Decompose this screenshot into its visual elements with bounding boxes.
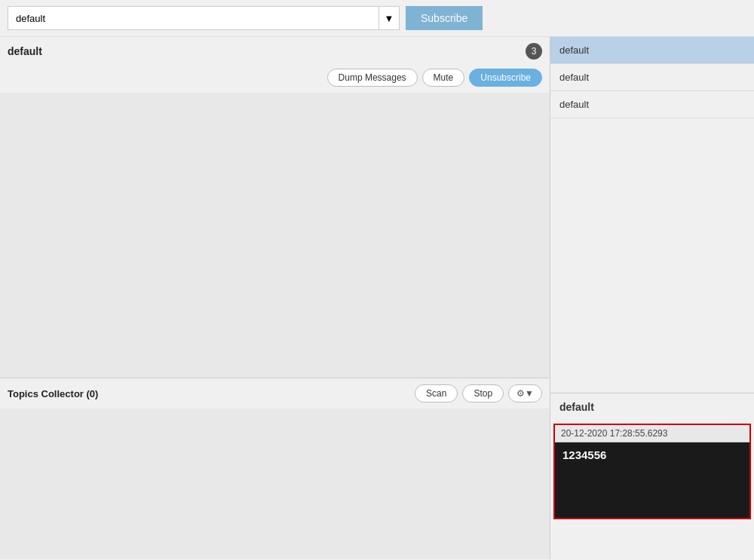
message-count-badge: 3: [526, 43, 542, 60]
list-item[interactable]: default: [550, 91, 754, 118]
subscription-title: default: [8, 45, 42, 57]
message-item: 20-12-2020 17:28:55.6293 1234556: [553, 424, 751, 519]
topics-collector-title: Topics Collector (0): [8, 388, 98, 399]
right-top-list: default default default: [550, 37, 754, 393]
message-timestamp: 20-12-2020 17:28:55.6293: [555, 425, 749, 442]
list-item-label: default: [559, 44, 589, 56]
top-bar: ▼ Subscribe: [0, 0, 754, 37]
subscription-section: default 3 Dump Messages Mute Unsubscribe: [0, 37, 550, 378]
list-item-label: default: [559, 72, 589, 83]
collector-actions: Scan Stop ⚙▼: [415, 384, 542, 402]
list-item[interactable]: default: [550, 37, 754, 64]
message-value: 1234556: [555, 442, 749, 473]
topics-collector-section: Topics Collector (0) Scan Stop ⚙▼: [0, 378, 550, 559]
topics-collector-header: Topics Collector (0) Scan Stop ⚙▼: [0, 378, 550, 409]
dump-messages-button[interactable]: Dump Messages: [327, 69, 418, 87]
message-section-title: default: [550, 393, 754, 421]
stop-button[interactable]: Stop: [462, 384, 504, 402]
message-extra-area: [555, 473, 749, 518]
chevron-down-icon: ▼: [385, 13, 394, 24]
left-panel: default 3 Dump Messages Mute Unsubscribe…: [0, 37, 550, 559]
topics-collector-body: [0, 409, 550, 559]
topic-input[interactable]: [8, 6, 379, 30]
mute-button[interactable]: Mute: [422, 69, 465, 87]
list-item-label: default: [559, 99, 589, 110]
topic-dropdown-button[interactable]: ▼: [379, 6, 400, 30]
unsubscribe-button[interactable]: Unsubscribe: [469, 69, 542, 87]
right-panel: default default default default 20-12-20…: [550, 37, 754, 559]
right-bottom-message: default 20-12-2020 17:28:55.6293 1234556: [550, 393, 754, 559]
topic-select-wrapper: ▼: [8, 6, 400, 30]
subscription-header: default 3: [0, 37, 550, 66]
main-layout: default 3 Dump Messages Mute Unsubscribe…: [0, 37, 754, 559]
subscribe-button[interactable]: Subscribe: [406, 6, 483, 30]
list-item[interactable]: default: [550, 64, 754, 91]
scan-button[interactable]: Scan: [415, 384, 458, 402]
subscription-body: [0, 93, 550, 378]
gear-button[interactable]: ⚙▼: [508, 384, 542, 402]
subscription-actions: Dump Messages Mute Unsubscribe: [0, 66, 550, 93]
